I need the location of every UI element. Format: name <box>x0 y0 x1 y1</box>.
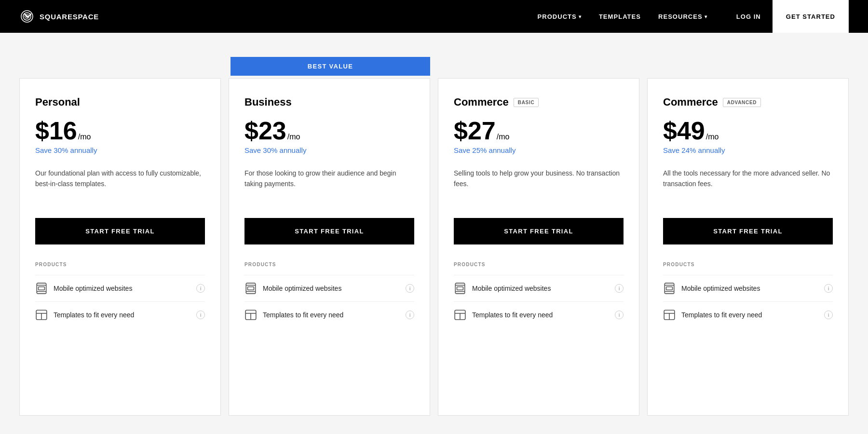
nav-templates[interactable]: TEMPLATES <box>599 13 641 20</box>
feature-item: Templates to fit every need i <box>663 301 833 328</box>
feature-text: Mobile optimized websites <box>263 285 400 292</box>
info-icon[interactable]: i <box>615 311 624 319</box>
plan-price: $49 /mo <box>663 118 833 143</box>
plan-name: Business <box>244 96 414 108</box>
plan-name: Commerce ADVANCED <box>663 96 833 108</box>
info-icon[interactable]: i <box>615 284 624 293</box>
best-value-banner: BEST VALUE <box>231 57 430 76</box>
pricing-card-commerce-advanced: Commerce ADVANCED $49 /mo Save 24% annua… <box>647 78 849 416</box>
feature-item: Templates to fit every need i <box>35 301 205 328</box>
price-amount: $23 <box>244 118 286 143</box>
plan-badge: BASIC <box>514 98 539 107</box>
mobile-website-icon <box>663 282 676 295</box>
feature-text: Mobile optimized websites <box>54 285 190 292</box>
feature-text: Templates to fit every need <box>263 311 400 319</box>
svg-rect-24 <box>666 287 673 290</box>
feature-item: Mobile optimized websites i <box>454 275 624 301</box>
features-label: PRODUCTS <box>663 262 833 267</box>
svg-rect-17 <box>457 287 463 290</box>
info-icon[interactable]: i <box>196 311 205 319</box>
price-period: /mo <box>78 133 91 141</box>
price-period: /mo <box>497 133 510 141</box>
plan-savings: Save 30% annually <box>244 146 414 154</box>
feature-item: Mobile optimized websites i <box>244 275 414 301</box>
plan-description: Our foundational plan with access to ful… <box>35 168 205 203</box>
info-icon[interactable]: i <box>196 284 205 293</box>
templates-icon <box>663 309 676 321</box>
info-icon[interactable]: i <box>406 284 414 293</box>
pricing-card-business: Business $23 /mo Save 30% annuallyFor th… <box>229 78 430 416</box>
price-period: /mo <box>287 133 300 141</box>
feature-text: Templates to fit every need <box>54 311 190 319</box>
price-amount: $16 <box>35 118 77 143</box>
logo-icon <box>19 9 35 24</box>
nav-resources[interactable]: RESOURCES ▾ <box>658 13 707 20</box>
login-button[interactable]: LOG IN <box>736 13 761 20</box>
get-started-button[interactable]: GET STARTED <box>773 0 849 33</box>
templates-icon <box>244 309 257 321</box>
templates-icon <box>35 309 48 321</box>
plan-price: $23 /mo <box>244 118 414 143</box>
plan-price: $16 /mo <box>35 118 205 143</box>
pricing-grid: Personal $16 /mo Save 30% annuallyOur fo… <box>19 57 849 416</box>
templates-icon <box>454 309 466 321</box>
feature-item: Mobile optimized websites i <box>35 275 205 301</box>
feature-text: Templates to fit every need <box>681 311 818 319</box>
feature-text: Templates to fit every need <box>472 311 609 319</box>
plan-savings: Save 25% annually <box>454 146 624 154</box>
plan-savings: Save 24% annually <box>663 146 833 154</box>
feature-text: Mobile optimized websites <box>681 285 818 292</box>
mobile-website-icon <box>35 282 48 295</box>
mobile-website-icon <box>244 282 257 295</box>
plan-description: For those looking to grow their audience… <box>244 168 414 203</box>
feature-item: Templates to fit every need i <box>454 301 624 328</box>
plan-savings: Save 30% annually <box>35 146 205 154</box>
pricing-wrapper: BEST VALUE Personal $16 /mo Save 30% ann… <box>19 57 849 416</box>
main-content: BEST VALUE Personal $16 /mo Save 30% ann… <box>0 33 868 434</box>
plan-name: Commerce BASIC <box>454 96 624 108</box>
feature-item: Templates to fit every need i <box>244 301 414 328</box>
svg-rect-10 <box>248 287 254 290</box>
feature-text: Mobile optimized websites <box>472 285 609 292</box>
pricing-card-commerce-basic: Commerce BASIC $27 /mo Save 25% annually… <box>438 78 639 416</box>
feature-item: Mobile optimized websites i <box>663 275 833 301</box>
navigation: SQUARESPACE PRODUCTS ▾ TEMPLATES RESOURC… <box>0 0 868 33</box>
features-label: PRODUCTS <box>244 262 414 267</box>
info-icon[interactable]: i <box>824 284 833 293</box>
plan-price: $27 /mo <box>454 118 624 143</box>
features-label: PRODUCTS <box>454 262 624 267</box>
nav-actions: LOG IN GET STARTED <box>736 0 849 33</box>
chevron-down-icon: ▾ <box>705 14 707 19</box>
start-trial-button[interactable]: START FREE TRIAL <box>454 218 624 244</box>
pricing-card-personal: Personal $16 /mo Save 30% annuallyOur fo… <box>19 78 221 416</box>
logo-text: SQUARESPACE <box>40 13 99 21</box>
nav-products[interactable]: PRODUCTS ▾ <box>538 13 582 20</box>
plan-name: Personal <box>35 96 205 108</box>
info-icon[interactable]: i <box>824 311 833 319</box>
plan-badge: ADVANCED <box>723 98 761 107</box>
plan-description: Selling tools to help grow your business… <box>454 168 624 203</box>
start-trial-button[interactable]: START FREE TRIAL <box>35 218 205 244</box>
chevron-down-icon: ▾ <box>579 14 582 19</box>
svg-rect-3 <box>39 287 45 290</box>
start-trial-button[interactable]: START FREE TRIAL <box>244 218 414 244</box>
nav-links: PRODUCTS ▾ TEMPLATES RESOURCES ▾ <box>538 13 707 20</box>
plan-description: All the tools necessary for the more adv… <box>663 168 833 203</box>
features-label: PRODUCTS <box>35 262 205 267</box>
logo[interactable]: SQUARESPACE <box>19 9 99 24</box>
info-icon[interactable]: i <box>406 311 414 319</box>
price-period: /mo <box>706 133 719 141</box>
start-trial-button[interactable]: START FREE TRIAL <box>663 218 833 244</box>
price-amount: $49 <box>663 118 705 143</box>
price-amount: $27 <box>454 118 496 143</box>
mobile-website-icon <box>454 282 466 295</box>
